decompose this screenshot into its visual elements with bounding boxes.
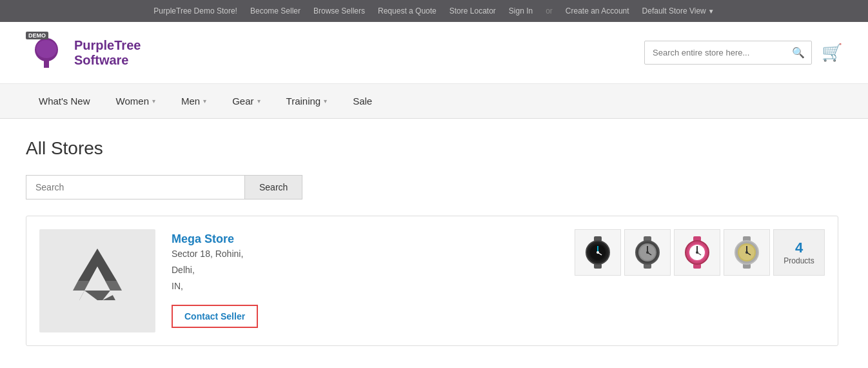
- svg-point-25: [646, 251, 649, 254]
- demo-badge: DEMO: [26, 32, 48, 39]
- header: DEMO PurpleTree Software 🔍 🛒: [0, 22, 868, 84]
- page-title: All Stores: [26, 138, 842, 159]
- svg-point-41: [745, 251, 748, 254]
- store-search-input[interactable]: [26, 175, 245, 199]
- store-name-link[interactable]: Mega Store: [172, 232, 234, 245]
- store-logo: [39, 229, 155, 332]
- product-count-box: 4 Products: [773, 229, 825, 276]
- topbar-or-separator: or: [546, 6, 553, 15]
- product-thumb-2[interactable]: [624, 229, 671, 276]
- nav-item-women[interactable]: Women ▾: [103, 84, 168, 118]
- nav-item-training[interactable]: Training ▾: [273, 84, 340, 118]
- product-watch-3-svg: [678, 233, 716, 272]
- topbar-browse-sellers-link[interactable]: Browse Sellers: [313, 6, 365, 15]
- topbar-store-view[interactable]: Default Store View ▼: [642, 6, 715, 15]
- header-search-input[interactable]: [645, 43, 785, 63]
- header-right: 🔍 🛒: [644, 41, 842, 65]
- topbar-sign-in-link[interactable]: Sign In: [509, 6, 533, 15]
- chevron-down-icon: ▾: [324, 97, 327, 105]
- svg-point-2: [36, 40, 57, 58]
- product-thumb-1[interactable]: [575, 229, 621, 276]
- nav-item-sale[interactable]: Sale: [340, 84, 385, 118]
- header-search-box: 🔍: [644, 41, 812, 65]
- main-nav: What's New Women ▾ Men ▾ Gear ▾ Training…: [0, 84, 868, 119]
- logo-icon: DEMO: [26, 32, 68, 74]
- store-search-bar: Search: [26, 175, 842, 199]
- svg-point-17: [597, 251, 599, 254]
- store-card: Mega Store Sector 18, Rohini, Delhi, IN,…: [26, 216, 838, 346]
- header-search-button[interactable]: 🔍: [785, 41, 811, 64]
- topbar-purpletree-link[interactable]: PurpleTree Demo Store!: [153, 6, 237, 15]
- topbar-store-locator-link[interactable]: Store Locator: [449, 6, 496, 15]
- store-address: Sector 18, Rohini, Delhi, IN,: [172, 246, 558, 295]
- cart-icon[interactable]: 🛒: [822, 43, 842, 63]
- product-count-label: Products: [784, 256, 814, 265]
- topbar-request-quote-link[interactable]: Request a Quote: [378, 6, 437, 15]
- nav-item-whats-new[interactable]: What's New: [26, 84, 103, 118]
- product-thumb-3[interactable]: [674, 229, 720, 276]
- store-info: Mega Store Sector 18, Rohini, Delhi, IN,…: [172, 229, 558, 328]
- product-watch-2-svg: [628, 233, 667, 272]
- svg-rect-1: [44, 60, 49, 68]
- products-area: 4 Products: [575, 229, 825, 276]
- product-thumb-4[interactable]: [724, 229, 770, 276]
- main-content: All Stores Search: [0, 119, 868, 365]
- store-logo-svg: [59, 242, 136, 320]
- store-search-button[interactable]: Search: [245, 175, 302, 199]
- brand-name: PurpleTree Software: [74, 38, 141, 68]
- contact-seller-button[interactable]: Contact Seller: [172, 305, 258, 328]
- chevron-down-icon: ▾: [203, 97, 206, 105]
- topbar: PurpleTree Demo Store! Become Seller Bro…: [0, 0, 868, 22]
- chevron-down-icon: ▾: [257, 97, 261, 105]
- product-watch-1-svg: [578, 233, 617, 272]
- product-count: 4: [795, 240, 803, 256]
- nav-item-gear[interactable]: Gear ▾: [219, 84, 273, 118]
- topbar-become-seller-link[interactable]: Become Seller: [250, 6, 301, 15]
- logo[interactable]: DEMO PurpleTree Software: [26, 32, 141, 74]
- svg-marker-5: [105, 281, 122, 291]
- svg-point-33: [696, 251, 698, 254]
- chevron-down-icon: ▾: [152, 97, 155, 105]
- topbar-create-account-link[interactable]: Create an Account: [566, 6, 629, 15]
- svg-marker-4: [73, 281, 90, 291]
- nav-item-men[interactable]: Men ▾: [168, 84, 219, 118]
- product-watch-4-svg: [727, 233, 766, 272]
